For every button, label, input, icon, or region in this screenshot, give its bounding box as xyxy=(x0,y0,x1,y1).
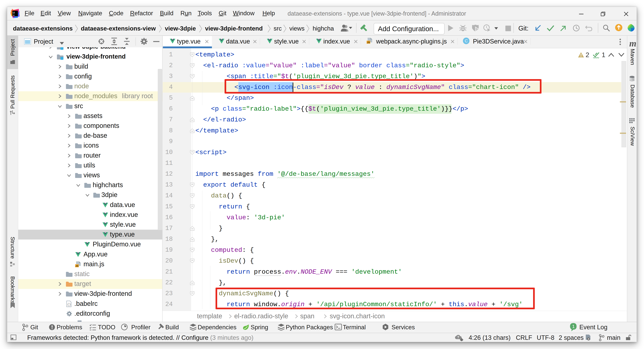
svg-text:JS: JS xyxy=(367,41,370,44)
svg-text:?: ? xyxy=(457,335,459,339)
svg-text:1: 1 xyxy=(572,324,575,329)
svg-text:JS: JS xyxy=(76,264,78,267)
svg-text:IJ: IJ xyxy=(13,11,15,14)
svg-text:C: C xyxy=(465,39,468,43)
svg-text:{}: {} xyxy=(67,303,71,306)
